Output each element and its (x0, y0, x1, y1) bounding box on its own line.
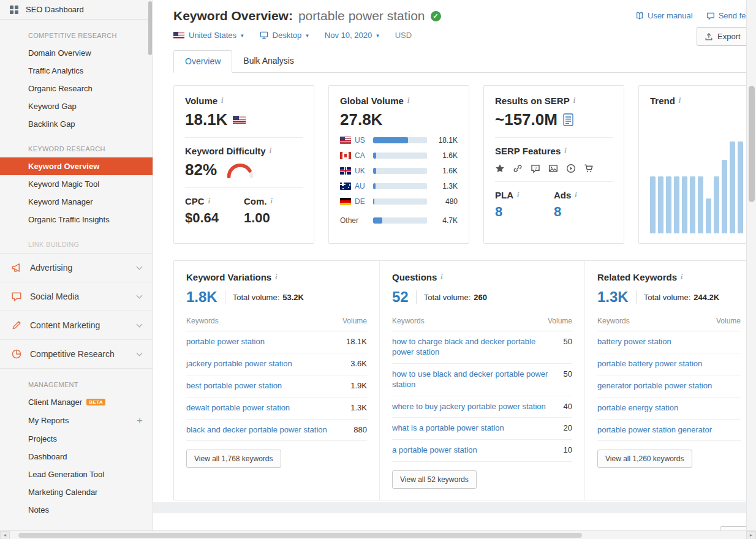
country-code-link[interactable]: Other (340, 216, 369, 225)
desktop-icon (260, 31, 268, 39)
serp-report-icon[interactable] (563, 113, 573, 126)
keyword-link[interactable]: jackery portable power station (186, 359, 292, 369)
sidebar-item-backlink-gap[interactable]: Backlink Gap (0, 115, 153, 133)
country-volume-bar (373, 217, 427, 224)
info-icon[interactable]: i (275, 273, 277, 282)
info-icon[interactable]: i (564, 146, 566, 156)
trend-bar (722, 160, 727, 233)
keyword-link[interactable]: how to charge black and decker portable … (392, 337, 556, 358)
country-volume-row: UK 1.6K (340, 167, 458, 175)
vertical-scrollbar[interactable] (746, 0, 756, 530)
info-icon[interactable]: i (270, 146, 271, 156)
sidebar-item-organic-traffic-insights[interactable]: Organic Traffic Insights (0, 211, 153, 228)
keyword-link[interactable]: black and decker portable power station (186, 425, 327, 435)
sidebar-item-dashboard[interactable]: Dashboard (0, 448, 153, 466)
app-window: SEO Dashboard COMPETITIVE RESEARCH Domai… (0, 0, 756, 530)
keyword-volume: 50 (564, 337, 572, 346)
main-content: Keyword Overview: portable power station… (153, 0, 746, 530)
keyword-link[interactable]: what is a portable power station (392, 423, 504, 434)
country-volume-value: 1.6K (432, 167, 458, 175)
sidebar-item-my-reports[interactable]: My Reports + (0, 411, 153, 430)
horizontal-scrollbar[interactable]: ◄ ► (0, 530, 756, 539)
user-manual-link[interactable]: User manual (635, 11, 693, 20)
sidebar-item-marketing-calendar[interactable]: Marketing Calendar (0, 483, 153, 501)
keyword-link[interactable]: how to use black and decker portable pow… (392, 369, 556, 390)
sidebar-item-projects[interactable]: Projects (0, 430, 153, 448)
horizontal-scrollbar-thumb[interactable] (18, 533, 582, 538)
sidebar-item-notes[interactable]: Notes (0, 501, 153, 519)
competition-block: Com.i 1.00 (244, 196, 303, 226)
sidebar-scrollbar-thumb[interactable] (148, 1, 152, 55)
sidebar-item-keyword-overview[interactable]: Keyword Overview (0, 157, 153, 175)
send-feedback-link[interactable]: Send feedback (706, 11, 746, 20)
info-icon[interactable]: i (208, 197, 210, 206)
keyword-link[interactable]: portable power station (186, 337, 265, 347)
sidebar-item-keyword-manager[interactable]: Keyword Manager (0, 193, 153, 211)
sidebar-item-keyword-gap[interactable]: Keyword Gap (0, 97, 153, 115)
sidebar-item-content-marketing[interactable]: Content Marketing (0, 311, 153, 339)
info-icon[interactable]: i (573, 96, 575, 105)
country-code-link[interactable]: US (355, 136, 369, 145)
sidebar-item-advertising[interactable]: Advertising (0, 253, 153, 282)
device-filter-dropdown[interactable]: Desktop ▾ (260, 31, 309, 40)
info-icon[interactable]: i (440, 273, 442, 282)
country-volume-bar (373, 137, 427, 143)
info-icon[interactable]: i (575, 190, 576, 200)
view-all-variations-button[interactable]: View all 1,768 keywords (186, 450, 281, 468)
country-volume-bar (373, 153, 427, 159)
trend-bar (738, 141, 743, 233)
trend-bar (682, 176, 687, 233)
info-icon[interactable]: i (271, 197, 273, 206)
keyword-link[interactable]: battery power station (597, 337, 671, 347)
keyword-link[interactable]: portable battery power station (597, 359, 702, 369)
utility-links: User manual Send feedback (635, 11, 746, 20)
trend-bar (706, 198, 711, 233)
competition-value: 1.00 (244, 210, 303, 226)
info-icon[interactable]: i (679, 96, 681, 105)
info-icon[interactable]: i (517, 190, 519, 200)
sidebar-item-social-media[interactable]: Social Media (0, 282, 153, 311)
keyword-link[interactable]: a portable power station (392, 445, 477, 456)
country-code-link[interactable]: UK (355, 167, 369, 175)
view-all-related-button[interactable]: View all 1,260 keywords (597, 450, 692, 468)
plus-icon[interactable]: + (137, 415, 143, 426)
info-icon[interactable]: i (221, 96, 223, 105)
scroll-right-arrow[interactable]: ► (746, 531, 756, 539)
keyword-link[interactable]: where to buy jackery portable power stat… (392, 402, 546, 412)
country-code-link[interactable]: CA (355, 151, 369, 160)
keyword-volume: 3.6K (350, 359, 367, 368)
keyword-difficulty-value: 82% (185, 160, 217, 179)
keyword-link[interactable]: dewalt portable power station (186, 403, 290, 413)
sidebar-item-seo-dashboard[interactable]: SEO Dashboard (0, 0, 153, 20)
country-filter-value: United States (189, 31, 236, 40)
info-icon[interactable]: i (407, 96, 409, 105)
view-all-questions-button[interactable]: View all 52 keywords (392, 470, 477, 489)
country-volume-row: AU 1.3K (340, 182, 458, 190)
keyword-link[interactable]: generator portable power station (597, 381, 712, 391)
sidebar-item-competitive-research[interactable]: Competitive Research (0, 339, 153, 369)
tab-overview[interactable]: Overview (173, 50, 232, 73)
tab-bulk-analysis[interactable]: Bulk Analysis (232, 50, 304, 73)
country-code-link[interactable]: AU (355, 182, 369, 190)
sidebar-item-client-manager[interactable]: Client Manager BETA (0, 393, 153, 411)
export-button[interactable]: Export (697, 27, 746, 46)
info-icon[interactable]: i (681, 273, 682, 282)
scroll-left-arrow[interactable]: ◄ (0, 531, 10, 539)
keyword-link[interactable]: portable power station generator (597, 425, 712, 435)
variations-count: 1.8K (186, 288, 217, 306)
serp-export-button[interactable]: Export ▾ (720, 526, 746, 530)
country-filter-dropdown[interactable]: United States ▾ (173, 31, 244, 40)
caret-down-icon: ▾ (306, 32, 309, 39)
sidebar-item-traffic-analytics[interactable]: Traffic Analytics (0, 62, 153, 80)
keyword-link[interactable]: portable energy station (597, 403, 678, 413)
country-code-link[interactable]: DE (355, 197, 369, 206)
ca-flag-icon (340, 152, 351, 159)
related-keywords-panel: Related Keywordsi 1.3K Total volume: 244… (584, 261, 746, 500)
date-filter-dropdown[interactable]: Nov 10, 2020 ▾ (325, 31, 379, 40)
sidebar-item-keyword-magic-tool[interactable]: Keyword Magic Tool (0, 175, 153, 193)
vertical-scrollbar-thumb[interactable] (749, 86, 755, 202)
sidebar-item-organic-research[interactable]: Organic Research (0, 80, 153, 97)
sidebar-item-domain-overview[interactable]: Domain Overview (0, 44, 153, 62)
keyword-link[interactable]: best portable power station (186, 381, 282, 391)
sidebar-item-lead-generation-tool[interactable]: Lead Generation Tool (0, 466, 153, 483)
